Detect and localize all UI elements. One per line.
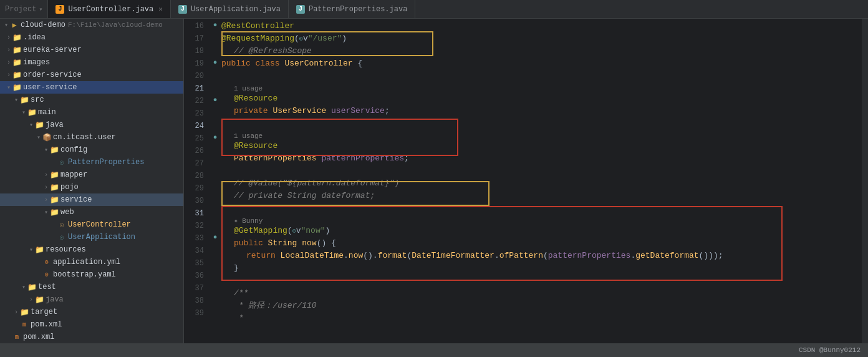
sidebar-item-target[interactable]: › 📁 target: [0, 306, 183, 318]
gutter-icon-26: [209, 144, 221, 156]
sidebar-item-bootstrap-yml[interactable]: › ⚙ bootstrap.yaml: [0, 268, 183, 281]
code-line-30: [221, 202, 862, 215]
gutter-icon-25: ●: [209, 131, 221, 144]
sidebar-item-web[interactable]: ▾ 📁 web: [0, 206, 183, 218]
folder-icon: 📁: [50, 145, 59, 154]
sidebar-item-resources[interactable]: ▾ 📁 resources: [0, 243, 183, 256]
sidebar-item-java[interactable]: ▾ 📁 java: [0, 119, 183, 131]
sidebar-item-java2[interactable]: › 📁 java: [0, 293, 183, 306]
code-line-34: return LocalDateTime.now().format(DateTi…: [221, 250, 862, 262]
chevron-icon: ▾: [2, 21, 10, 29]
tree-label: config: [60, 145, 87, 154]
gutter-icon-33: ●: [209, 231, 221, 243]
chevron-icon: ›: [5, 34, 12, 41]
chevron-icon: ›: [27, 296, 35, 303]
folder-icon: ▶: [10, 21, 19, 29]
sidebar-item-idea[interactable]: › 📁 .idea: [0, 31, 183, 44]
sidebar-item-usercontroller[interactable]: › ☉ UserController: [0, 218, 183, 231]
sidebar-item-user-service[interactable]: ▾ 📁 user-service: [0, 81, 183, 94]
sidebar-item-package[interactable]: ▾ 📦 cn.itcast.user: [0, 131, 183, 144]
sidebar-item-test[interactable]: ▾ 📁 test: [0, 281, 183, 293]
tree-label: bootstrap.yaml: [53, 270, 116, 279]
scrollbar[interactable]: [862, 19, 868, 343]
code-line-28: // @Value("${pattern.dateformat}"): [221, 177, 862, 190]
tree-label: java: [46, 120, 64, 129]
folder-icon: 📁: [50, 195, 59, 204]
tree-label: .idea: [23, 33, 46, 42]
res-folder-icon: 📁: [35, 245, 44, 254]
source-folder-icon: 📁: [35, 120, 44, 129]
tree-label: mapper: [60, 170, 87, 179]
sidebar-item-patternproperties[interactable]: › ☉ PatternProperties: [0, 156, 183, 169]
sidebar-item-main[interactable]: ▾ 📁 main: [0, 106, 183, 119]
folder-icon: 📁: [50, 208, 59, 217]
java-file-icon: J: [55, 5, 64, 14]
sidebar-item-src[interactable]: ▾ 📁 src: [0, 94, 183, 106]
chevron-icon: ▾: [5, 84, 12, 91]
chevron-down-icon: ▾: [39, 6, 42, 13]
yml-file-icon-2: ⚙: [42, 270, 51, 279]
chevron-icon: ▾: [42, 146, 50, 154]
gutter-icon-38: [209, 293, 221, 306]
chevron-icon: ›: [5, 59, 12, 66]
code-line-21: @Resource: [221, 92, 862, 105]
tree-label: PatternProperties: [68, 158, 144, 167]
gutter-icon-30: [209, 193, 221, 206]
gutter-icon-35: [209, 256, 221, 268]
code-line-23: [221, 117, 862, 130]
gutter-icon-17: [209, 31, 221, 44]
close-icon[interactable]: ✕: [158, 5, 163, 13]
java-file-icon-3: J: [296, 5, 305, 14]
tab-patternproperties[interactable]: J PatternProperties.java: [289, 0, 415, 18]
tree-label: eureka-server: [23, 46, 82, 54]
sidebar-item-mapper[interactable]: › 📁 mapper: [0, 169, 183, 181]
java-file-icon: ☉: [57, 158, 66, 167]
code-editor[interactable]: @RestController @RequestMapping(⊙v"/user…: [221, 19, 862, 343]
gutter-icon-20: [209, 69, 221, 81]
sidebar-item-pojo[interactable]: › 📁 pojo: [0, 181, 183, 193]
folder-icon: 📁: [27, 108, 36, 117]
chevron-icon: ▾: [20, 109, 27, 116]
source-folder-icon-2: 📁: [35, 295, 44, 304]
code-line-21-usage: 1 usage: [221, 82, 862, 92]
code-line-37: /**: [221, 287, 862, 300]
tab-userapplication[interactable]: J UserApplication.java: [171, 0, 289, 18]
chevron-icon: ▾: [20, 283, 27, 291]
code-line-39: *: [221, 312, 862, 325]
sidebar-item-order-service[interactable]: › 📁 order-service: [0, 69, 183, 81]
sidebar-item-config[interactable]: ▾ 📁 config: [0, 144, 183, 156]
sidebar-item-eureka[interactable]: › 📁 eureka-server: [0, 44, 183, 56]
sidebar-item-pom[interactable]: › m pom.xml: [0, 331, 183, 343]
gutter-icon-28: [209, 169, 221, 181]
tree-label: java: [46, 295, 64, 304]
sidebar-item-service[interactable]: › 📁 service: [0, 193, 183, 206]
sidebar-item-userapplication[interactable]: › ☉ UserApplication: [0, 231, 183, 243]
code-line-16: @RestController: [221, 20, 862, 32]
code-line-31-bunny: ✦ Bunny: [221, 215, 862, 225]
code-line-36: [221, 275, 862, 287]
gutter-icon-22: ●: [209, 94, 221, 106]
folder-icon: 📁: [27, 283, 36, 291]
chevron-icon: ›: [5, 46, 12, 54]
folder-icon: 📁: [20, 308, 29, 316]
gutter-icon-27: [209, 156, 221, 169]
sidebar-item-images[interactable]: › 📁 images: [0, 56, 183, 69]
gutter: ● ● ● ● ●: [209, 19, 221, 343]
gutter-icon-36: [209, 268, 221, 281]
code-line-17: @RequestMapping(⊙v"/user"): [221, 32, 862, 45]
code-line-32: @GetMapping(⊙v"now"): [221, 225, 862, 237]
folder-icon: 📁: [12, 71, 21, 79]
gutter-icon-37: [209, 281, 221, 293]
code-line-29: // private String dateformat;: [221, 190, 862, 202]
tree-label: UserController: [68, 220, 131, 229]
sidebar-item-app-yml[interactable]: › ⚙ application.yml: [0, 256, 183, 268]
code-line-38: * 路径：/user/110: [221, 300, 862, 312]
tab-label: UserController.java: [68, 5, 153, 14]
line-numbers: 16 17 18 19 20 21 22 23 24 25 26 27 28 2…: [184, 19, 209, 343]
code-line-27: [221, 165, 862, 177]
tab-usercontroller[interactable]: J UserController.java ✕: [48, 0, 170, 18]
sidebar-item-pom-m[interactable]: › m pom.xml: [0, 318, 183, 331]
sidebar-item-cloud-demo[interactable]: ▾ ▶ cloud-demo F:\File\Java\cloud-demo: [0, 19, 183, 31]
tree-path: F:\File\Java\cloud-demo: [68, 21, 163, 29]
tab-bar: Project ▾ J UserController.java ✕ J User…: [0, 0, 868, 19]
